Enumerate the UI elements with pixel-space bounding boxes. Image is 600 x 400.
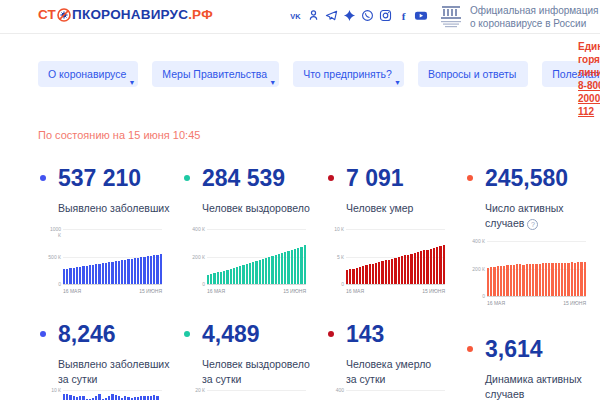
youtube-icon[interactable] <box>414 8 428 22</box>
chart-daily-recovered: 20 К <box>191 390 306 400</box>
official-info-line2: о коронавирусе в России <box>470 17 598 30</box>
bar <box>506 265 508 296</box>
bar <box>147 396 149 400</box>
bar <box>548 263 550 296</box>
bar <box>300 247 302 284</box>
x-axis-tick: 15 ИЮНЯ <box>139 288 162 294</box>
chevron-down-icon: ▼ <box>394 79 401 86</box>
bar <box>86 266 88 284</box>
stat-label: Выявлено заболевших <box>58 201 170 216</box>
bar <box>255 261 257 284</box>
telegram-icon[interactable] <box>324 8 338 22</box>
instagram-icon[interactable] <box>378 8 392 22</box>
facebook-icon[interactable]: f <box>396 8 410 22</box>
stat-card-active-cases: 245,580 Число активных случаев? <box>467 165 597 231</box>
hotline-block: Единая горячая линия 8-800- 2000- 112 <box>578 40 600 118</box>
bar <box>391 259 393 284</box>
gridline <box>346 284 445 285</box>
zen-icon[interactable] <box>342 8 356 22</box>
stat-label: Человек умер <box>346 201 458 216</box>
svg-text:VK: VK <box>290 11 301 20</box>
stat-label-line2: за сутки <box>202 373 241 385</box>
chevron-down-icon: ▼ <box>128 79 135 86</box>
bar <box>111 262 113 284</box>
nav-about-coronavirus[interactable]: О коронавирусе ▼ <box>38 61 138 87</box>
stat-label-line2: за сутки <box>346 373 385 385</box>
bar <box>423 250 425 284</box>
hotline-phone-link[interactable]: 8-800- 2000- 112 <box>578 79 600 118</box>
bar <box>73 396 75 400</box>
nav-questions-answers[interactable]: Вопросы и ответы <box>418 61 528 87</box>
bar <box>239 266 241 284</box>
y-axis-tick: 200 К <box>191 254 205 260</box>
bar <box>63 269 65 284</box>
bar <box>102 263 104 284</box>
bar-series <box>487 241 586 296</box>
bar <box>304 245 306 284</box>
bar <box>490 267 492 296</box>
bar <box>532 264 534 296</box>
bar <box>439 246 441 284</box>
bar <box>513 265 515 296</box>
y-axis-tick: 400 К <box>191 226 205 232</box>
y-axis-tick: 5 К <box>330 254 344 260</box>
nav-what-to-do[interactable]: Что предпринять? ▼ <box>293 61 404 87</box>
y-axis-tick: 400 <box>330 387 344 393</box>
bar <box>385 260 387 284</box>
stopcoronavirus-page: СТ ПКОРОНАВИРУС .РФ VK <box>0 0 600 400</box>
bar <box>156 396 158 400</box>
blue-dot-icon <box>40 175 46 181</box>
social-links: VK f <box>288 8 428 22</box>
bar <box>89 265 91 284</box>
gridline <box>487 296 586 297</box>
stat-label: Человека умерло за сутки <box>346 357 458 387</box>
bar <box>118 261 120 284</box>
bar <box>246 264 248 284</box>
stat-label-line2: случаев <box>485 388 524 400</box>
bar <box>577 262 579 296</box>
red-dot-icon <box>328 175 334 181</box>
bar <box>76 267 78 284</box>
ok-icon[interactable] <box>306 8 320 22</box>
site-logo[interactable]: СТ ПКОРОНАВИРУС .РФ <box>38 7 213 22</box>
orange-dot-icon <box>467 175 473 181</box>
y-axis-tick: 20 К <box>191 387 205 393</box>
stat-label-line2: за сутки <box>58 373 97 385</box>
bar <box>443 245 445 284</box>
bar <box>92 265 94 284</box>
bar <box>564 263 566 296</box>
info-question-icon[interactable]: ? <box>527 219 538 230</box>
x-axis-labels: 16 МАЯ15 ИЮНЯ <box>346 288 445 294</box>
bar <box>233 268 235 284</box>
hotline-phone-part3[interactable]: 112 <box>578 105 600 118</box>
bar <box>542 263 544 296</box>
bar <box>131 259 133 284</box>
hotline-line3: линия <box>578 66 600 79</box>
stat-value: 8,246 <box>58 321 170 348</box>
stat-value: 4,489 <box>202 321 314 348</box>
hotline-line1: Единая <box>578 40 600 53</box>
bar <box>487 268 489 296</box>
nav-government-measures[interactable]: Меры Правительства ▼ <box>152 61 279 87</box>
chart-daily-deaths: 400 <box>330 390 445 400</box>
bar <box>213 273 215 284</box>
bar <box>297 248 299 284</box>
stat-card-daily-recovered: 4,489 Человек выздоровело за сутки <box>184 321 314 387</box>
bar <box>516 264 518 296</box>
hotline-phone-part2[interactable]: 2000- <box>578 92 600 105</box>
bar <box>153 255 155 284</box>
official-info-line1: Официальная информация <box>470 4 598 17</box>
bar <box>111 394 113 400</box>
hotline-phone-part1[interactable]: 8-800- <box>578 79 600 92</box>
viber-icon[interactable] <box>360 8 374 22</box>
bar <box>500 266 502 296</box>
gridline <box>207 284 306 285</box>
vk-icon[interactable]: VK <box>288 8 302 22</box>
header-divider <box>0 33 600 34</box>
government-emblem-icon <box>437 4 465 30</box>
bar <box>430 249 432 284</box>
status-timestamp: По состоянию на 15 июня 10:45 <box>38 129 200 141</box>
chart-total-recovered: 400 К200 К016 МАЯ15 ИЮНЯ <box>191 229 306 304</box>
bar <box>82 266 84 284</box>
x-axis-tick: 15 ИЮНЯ <box>283 288 306 294</box>
